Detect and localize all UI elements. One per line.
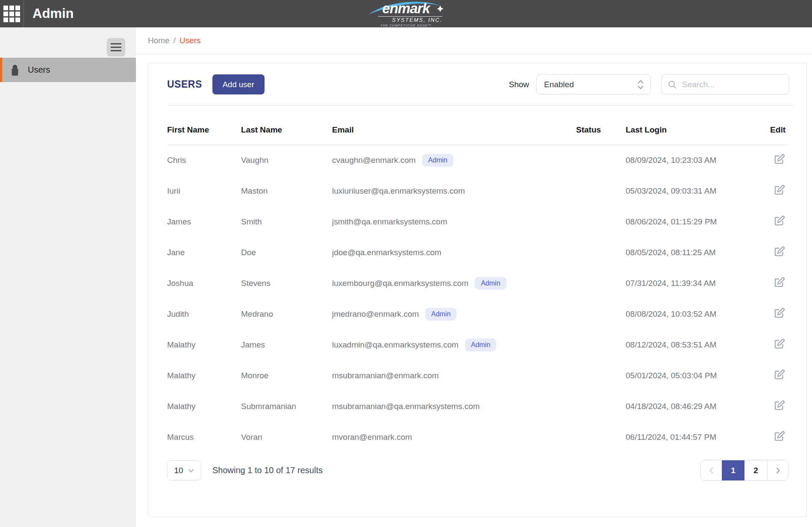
show-filter-value: Enabled <box>544 80 637 89</box>
table-row: Iurii Maston luxiuriiuser@qa.enmarksyste… <box>167 176 789 206</box>
prev-page-button[interactable] <box>701 460 722 480</box>
edit-pencil-icon <box>773 307 786 319</box>
table-row: Malathy James luxadmin@qa.enmarksystems.… <box>167 330 789 360</box>
header-edit: Edit <box>764 125 789 135</box>
cell-last-login: 04/18/2024, 08:46:29 AM <box>626 402 764 411</box>
breadcrumb-separator: / <box>174 36 176 45</box>
table-row: James Smith jsmith@qa.enmarksystems.com … <box>167 206 789 237</box>
add-user-button[interactable]: Add user <box>212 74 265 94</box>
chevron-right-icon <box>774 467 782 474</box>
edit-pencil-icon <box>773 430 786 442</box>
edit-user-button[interactable] <box>773 184 786 197</box>
next-page-button[interactable] <box>767 460 788 480</box>
card-header: USERS Add user Show Enabled <box>167 74 789 94</box>
header-last-name: Last Name <box>241 125 332 135</box>
pagination: 1 2 <box>700 460 788 481</box>
edit-user-button[interactable] <box>773 430 786 444</box>
cell-first-name: Malathy <box>167 371 241 380</box>
edit-user-button[interactable] <box>773 368 786 382</box>
cell-last-login: 08/06/2024, 01:15:29 PM <box>626 217 764 227</box>
select-updown-icon <box>637 79 644 90</box>
cell-first-name: Malathy <box>167 402 241 411</box>
main-content: Home / Users USERS Add user Show Enabled <box>136 27 812 527</box>
edit-user-button[interactable] <box>773 307 786 321</box>
cell-email: mvoran@enmark.com <box>332 433 412 442</box>
edit-pencil-icon <box>773 399 786 412</box>
users-table: First Name Last Name Email Status Last L… <box>167 112 789 453</box>
cell-email: msubramanian@qa.enmarksystems.com <box>332 402 480 411</box>
page-button-2[interactable]: 2 <box>744 460 767 480</box>
cell-email: luxembourg@qa.enmarksystems.com <box>332 279 468 288</box>
edit-user-button[interactable] <box>773 399 786 413</box>
page-size-value: 10 <box>174 466 183 475</box>
table-row: Chris Vaughn cvaughn@enmark.comAdmin 08/… <box>167 145 789 176</box>
logo-name: enmark <box>365 1 447 16</box>
cell-last-name: Vaughn <box>241 156 332 165</box>
cell-first-name: Chris <box>167 156 241 165</box>
edit-pencil-icon <box>773 215 786 227</box>
show-filter-select[interactable]: Enabled <box>536 74 651 94</box>
page-button-1[interactable]: 1 <box>722 460 744 480</box>
cell-email: cvaughn@enmark.com <box>332 156 416 165</box>
logo-subtitle: SYSTEMS, INC. <box>378 16 442 23</box>
edit-user-button[interactable] <box>773 338 786 351</box>
chevron-left-icon <box>708 467 715 474</box>
edit-user-button[interactable] <box>773 276 786 290</box>
cell-last-name: Voran <box>241 433 332 442</box>
table-row: Jane Doe jdoe@qa.enmarksystems.com 08/05… <box>167 237 789 268</box>
cell-last-name: James <box>241 340 332 350</box>
edit-user-button[interactable] <box>773 215 786 228</box>
cell-last-login: 08/09/2024, 10:23:03 AM <box>626 156 764 165</box>
cell-last-name: Doe <box>241 248 332 257</box>
table-footer: 10 Showing 1 to 10 of 17 results 1 2 <box>167 460 789 481</box>
breadcrumb: Home / Users <box>136 27 812 54</box>
cell-email: luxadmin@qa.enmarksystems.com <box>332 340 459 350</box>
grid-icon <box>3 6 20 22</box>
admin-badge: Admin <box>475 277 506 290</box>
page-size-select[interactable]: 10 <box>167 460 201 480</box>
cell-last-login: 05/01/2024, 05:03:04 PM <box>626 371 764 380</box>
search-input[interactable] <box>682 80 787 89</box>
edit-pencil-icon <box>773 153 786 165</box>
card-divider <box>167 105 793 106</box>
cell-last-login: 06/11/2024, 01:44:57 PM <box>626 433 764 442</box>
cell-last-login: 07/31/2024, 11:39:34 AM <box>626 279 764 288</box>
cell-last-login: 08/12/2024, 08:53:51 AM <box>626 340 764 350</box>
cell-first-name: Iurii <box>167 186 241 196</box>
sidebar: Users <box>0 27 136 527</box>
breadcrumb-home-link[interactable]: Home <box>148 36 170 45</box>
user-icon <box>10 65 20 76</box>
admin-badge: Admin <box>422 154 453 167</box>
cell-email: luxiuriiuser@qa.enmarksystems.com <box>332 186 465 196</box>
sidebar-item-label: Users <box>28 65 50 75</box>
cell-last-name: Monroe <box>241 371 332 380</box>
edit-pencil-icon <box>773 338 786 350</box>
header-first-name: First Name <box>167 125 241 135</box>
cell-first-name: Jane <box>167 248 241 257</box>
cell-email: jmedrano@enmark.com <box>332 309 419 319</box>
search-box <box>661 74 789 94</box>
topbar: Admin enmark SYSTEMS, INC. THE COMPETITI… <box>0 0 812 27</box>
edit-user-button[interactable] <box>773 153 786 167</box>
cell-first-name: James <box>167 217 241 227</box>
cell-last-name: Maston <box>241 186 332 196</box>
table-row: Judith Medrano jmedrano@enmark.comAdmin … <box>167 299 789 330</box>
show-filter-label: Show <box>509 80 529 89</box>
users-card: USERS Add user Show Enabled <box>148 63 807 517</box>
cell-last-login: 05/03/2024, 09:03:31 AM <box>626 186 764 196</box>
chevron-down-icon <box>188 467 194 474</box>
app-title: Admin <box>32 6 74 21</box>
table-row: Malathy Monroe msubramanian@enmark.com 0… <box>167 360 789 391</box>
cell-first-name: Judith <box>167 309 241 319</box>
cell-first-name: Marcus <box>167 433 241 442</box>
edit-pencil-icon <box>773 184 786 196</box>
cell-last-name: Smith <box>241 217 332 227</box>
page-title: USERS <box>167 79 202 90</box>
edit-pencil-icon <box>773 276 786 289</box>
sidebar-item-users[interactable]: Users <box>0 58 136 82</box>
edit-user-button[interactable] <box>773 245 786 259</box>
header-status: Status <box>576 125 626 135</box>
cell-last-name: Stevens <box>241 279 332 288</box>
sidebar-collapse-button[interactable] <box>107 38 125 56</box>
app-grid-button[interactable] <box>0 0 24 27</box>
